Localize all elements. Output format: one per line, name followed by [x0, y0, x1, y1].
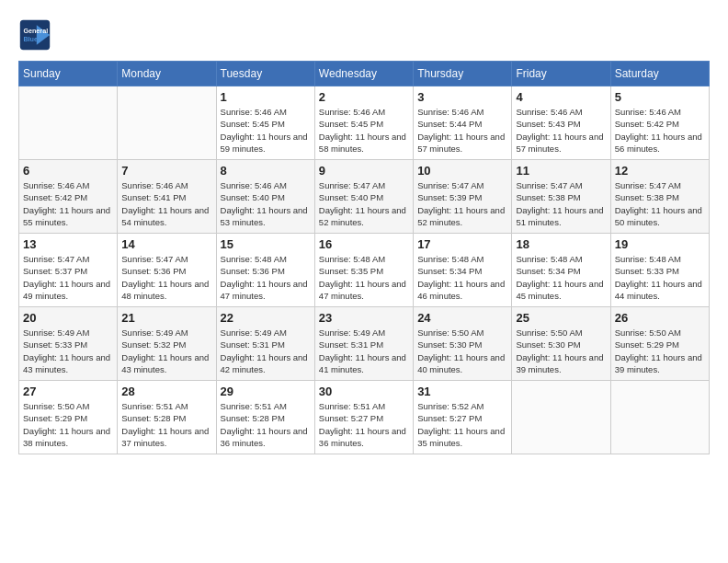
cell-info: Sunrise: 5:50 AMSunset: 5:30 PMDaylight:…	[417, 327, 507, 375]
calendar-cell: 28Sunrise: 5:51 AMSunset: 5:28 PMDayligh…	[118, 381, 216, 454]
day-number: 18	[516, 237, 606, 251]
weekday-header: Monday	[118, 62, 216, 86]
logo-icon: General Blue	[18, 18, 51, 52]
calendar-cell: 31Sunrise: 5:52 AMSunset: 5:27 PMDayligh…	[414, 381, 512, 454]
calendar-cell	[19, 86, 118, 160]
cell-info: Sunrise: 5:49 AMSunset: 5:31 PMDaylight:…	[221, 327, 311, 375]
calendar-cell: 19Sunrise: 5:48 AMSunset: 5:33 PMDayligh…	[610, 234, 709, 307]
calendar-cell: 12Sunrise: 5:47 AMSunset: 5:38 PMDayligh…	[610, 160, 709, 234]
calendar-cell: 18Sunrise: 5:48 AMSunset: 5:34 PMDayligh…	[512, 234, 610, 307]
day-number: 23	[319, 311, 409, 325]
calendar-cell	[610, 381, 709, 454]
weekday-header: Saturday	[610, 62, 709, 86]
calendar-cell: 22Sunrise: 5:49 AMSunset: 5:31 PMDayligh…	[216, 307, 314, 381]
day-number: 30	[319, 385, 409, 398]
calendar-cell: 14Sunrise: 5:47 AMSunset: 5:36 PMDayligh…	[118, 234, 216, 307]
calendar-cell: 23Sunrise: 5:49 AMSunset: 5:31 PMDayligh…	[314, 307, 413, 381]
cell-info: Sunrise: 5:50 AMSunset: 5:29 PMDaylight:…	[23, 400, 113, 449]
day-number: 29	[221, 385, 311, 398]
day-number: 25	[516, 311, 606, 325]
logo: General Blue	[18, 18, 55, 52]
cell-info: Sunrise: 5:46 AMSunset: 5:44 PMDaylight:…	[417, 106, 507, 155]
day-number: 14	[121, 237, 211, 251]
svg-text:Blue: Blue	[23, 35, 38, 43]
day-number: 27	[23, 385, 113, 398]
cell-info: Sunrise: 5:51 AMSunset: 5:27 PMDaylight:…	[319, 400, 409, 449]
calendar-cell: 3Sunrise: 5:46 AMSunset: 5:44 PMDaylight…	[414, 86, 512, 160]
cell-info: Sunrise: 5:49 AMSunset: 5:32 PMDaylight:…	[121, 327, 211, 375]
day-number: 31	[417, 385, 507, 398]
cell-info: Sunrise: 5:50 AMSunset: 5:30 PMDaylight:…	[516, 327, 606, 375]
weekday-header: Wednesday	[314, 62, 413, 86]
calendar-cell: 21Sunrise: 5:49 AMSunset: 5:32 PMDayligh…	[118, 307, 216, 381]
calendar-header: SundayMondayTuesdayWednesdayThursdayFrid…	[19, 62, 710, 86]
cell-info: Sunrise: 5:47 AMSunset: 5:39 PMDaylight:…	[417, 179, 507, 228]
cell-info: Sunrise: 5:47 AMSunset: 5:37 PMDaylight:…	[23, 253, 113, 302]
calendar-cell: 25Sunrise: 5:50 AMSunset: 5:30 PMDayligh…	[512, 307, 610, 381]
calendar-cell: 24Sunrise: 5:50 AMSunset: 5:30 PMDayligh…	[414, 307, 512, 381]
day-number: 7	[121, 164, 211, 178]
calendar-cell: 5Sunrise: 5:46 AMSunset: 5:42 PMDaylight…	[610, 86, 709, 160]
weekday-header: Tuesday	[216, 62, 314, 86]
weekday-header: Friday	[512, 62, 610, 86]
calendar-cell: 17Sunrise: 5:48 AMSunset: 5:34 PMDayligh…	[414, 234, 512, 307]
day-number: 22	[221, 311, 311, 325]
day-number: 28	[121, 385, 211, 398]
day-number: 9	[319, 164, 409, 178]
calendar-cell	[512, 381, 610, 454]
cell-info: Sunrise: 5:47 AMSunset: 5:38 PMDaylight:…	[516, 179, 606, 228]
calendar-cell: 7Sunrise: 5:46 AMSunset: 5:41 PMDaylight…	[118, 160, 216, 234]
cell-info: Sunrise: 5:49 AMSunset: 5:31 PMDaylight:…	[319, 327, 409, 375]
calendar-cell: 29Sunrise: 5:51 AMSunset: 5:28 PMDayligh…	[216, 381, 314, 454]
day-number: 1	[221, 90, 311, 104]
cell-info: Sunrise: 5:48 AMSunset: 5:36 PMDaylight:…	[221, 253, 311, 302]
calendar-cell: 27Sunrise: 5:50 AMSunset: 5:29 PMDayligh…	[19, 381, 118, 454]
day-number: 21	[121, 311, 211, 325]
calendar-cell: 20Sunrise: 5:49 AMSunset: 5:33 PMDayligh…	[19, 307, 118, 381]
calendar-cell: 13Sunrise: 5:47 AMSunset: 5:37 PMDayligh…	[19, 234, 118, 307]
day-number: 12	[615, 164, 705, 178]
day-number: 17	[417, 237, 507, 251]
day-number: 6	[23, 164, 113, 178]
weekday-header: Sunday	[19, 62, 118, 86]
calendar-cell: 10Sunrise: 5:47 AMSunset: 5:39 PMDayligh…	[414, 160, 512, 234]
svg-text:General: General	[23, 27, 48, 35]
cell-info: Sunrise: 5:49 AMSunset: 5:33 PMDaylight:…	[23, 327, 113, 375]
cell-info: Sunrise: 5:48 AMSunset: 5:34 PMDaylight:…	[516, 253, 606, 302]
cell-info: Sunrise: 5:46 AMSunset: 5:42 PMDaylight:…	[23, 179, 113, 228]
calendar-cell: 8Sunrise: 5:46 AMSunset: 5:40 PMDaylight…	[216, 160, 314, 234]
day-number: 10	[417, 164, 507, 178]
day-number: 15	[221, 237, 311, 251]
day-number: 19	[615, 237, 705, 251]
calendar-cell: 1Sunrise: 5:46 AMSunset: 5:45 PMDaylight…	[216, 86, 314, 160]
cell-info: Sunrise: 5:48 AMSunset: 5:33 PMDaylight:…	[615, 253, 705, 302]
cell-info: Sunrise: 5:48 AMSunset: 5:34 PMDaylight:…	[417, 253, 507, 302]
day-number: 8	[221, 164, 311, 178]
cell-info: Sunrise: 5:46 AMSunset: 5:42 PMDaylight:…	[615, 106, 705, 155]
cell-info: Sunrise: 5:46 AMSunset: 5:41 PMDaylight:…	[121, 179, 211, 228]
day-number: 11	[516, 164, 606, 178]
calendar-cell: 30Sunrise: 5:51 AMSunset: 5:27 PMDayligh…	[314, 381, 413, 454]
cell-info: Sunrise: 5:52 AMSunset: 5:27 PMDaylight:…	[417, 400, 507, 449]
calendar-cell: 4Sunrise: 5:46 AMSunset: 5:43 PMDaylight…	[512, 86, 610, 160]
cell-info: Sunrise: 5:46 AMSunset: 5:43 PMDaylight:…	[516, 106, 606, 155]
cell-info: Sunrise: 5:47 AMSunset: 5:36 PMDaylight:…	[121, 253, 211, 302]
calendar-cell: 11Sunrise: 5:47 AMSunset: 5:38 PMDayligh…	[512, 160, 610, 234]
calendar-cell: 9Sunrise: 5:47 AMSunset: 5:40 PMDaylight…	[314, 160, 413, 234]
cell-info: Sunrise: 5:50 AMSunset: 5:29 PMDaylight:…	[615, 327, 705, 375]
day-number: 13	[23, 237, 113, 251]
calendar-cell: 16Sunrise: 5:48 AMSunset: 5:35 PMDayligh…	[314, 234, 413, 307]
day-number: 26	[615, 311, 705, 325]
cell-info: Sunrise: 5:51 AMSunset: 5:28 PMDaylight:…	[121, 400, 211, 449]
calendar-table: SundayMondayTuesdayWednesdayThursdayFrid…	[18, 61, 710, 454]
day-number: 5	[615, 90, 705, 104]
page-header: General Blue	[18, 18, 710, 52]
cell-info: Sunrise: 5:46 AMSunset: 5:45 PMDaylight:…	[221, 106, 311, 155]
calendar-cell: 26Sunrise: 5:50 AMSunset: 5:29 PMDayligh…	[610, 307, 709, 381]
day-number: 24	[417, 311, 507, 325]
calendar-cell: 6Sunrise: 5:46 AMSunset: 5:42 PMDaylight…	[19, 160, 118, 234]
cell-info: Sunrise: 5:51 AMSunset: 5:28 PMDaylight:…	[221, 400, 311, 449]
day-number: 2	[319, 90, 409, 104]
weekday-header: Thursday	[414, 62, 512, 86]
cell-info: Sunrise: 5:46 AMSunset: 5:45 PMDaylight:…	[319, 106, 409, 155]
